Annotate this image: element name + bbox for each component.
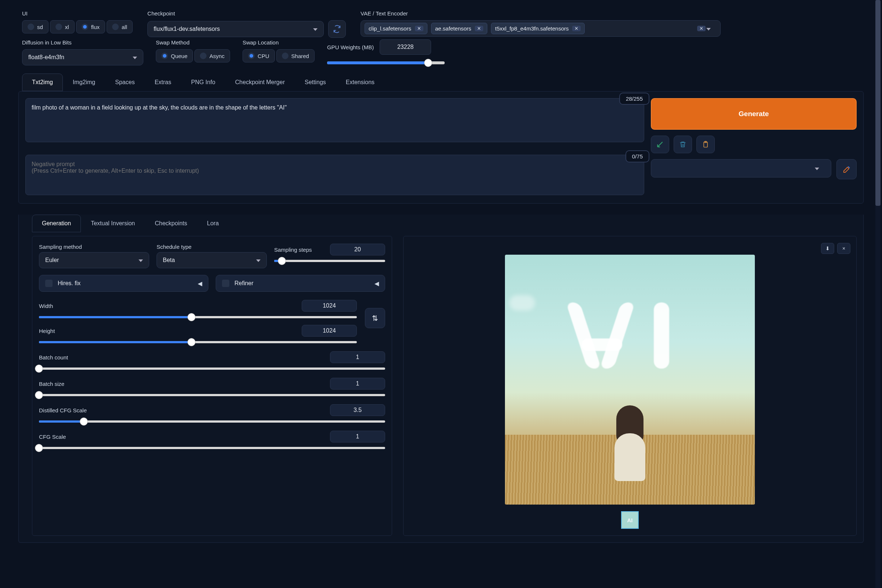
checkpoint-select[interactable]: flux/flux1-dev.safetensors (147, 21, 324, 37)
tab-spaces[interactable]: Spaces (105, 74, 144, 91)
ui-option-flux[interactable]: flux (76, 20, 105, 33)
gpu-label: GPU Weights (MB) (327, 44, 374, 50)
prompt-input[interactable] (26, 98, 644, 142)
tab-settings[interactable]: Settings (295, 74, 336, 91)
cfg-slider[interactable] (39, 447, 385, 449)
ui-option-all[interactable]: all (106, 20, 133, 33)
vae-dropdown-toggle[interactable]: ✕ (697, 26, 717, 31)
clear-button[interactable] (674, 136, 692, 153)
dcfg-slider[interactable] (39, 420, 385, 423)
chip-remove-icon[interactable]: ✕ (415, 26, 423, 31)
negative-prompt-input[interactable] (26, 155, 644, 195)
tab-pnginfo[interactable]: PNG Info (181, 74, 225, 91)
ui-label: UI (22, 10, 133, 16)
swap-loc-group: CPU Shared (243, 49, 315, 63)
tab-img2img[interactable]: Img2img (63, 74, 105, 91)
style-row (651, 159, 856, 179)
slider-thumb[interactable] (424, 59, 432, 67)
batch-count-value[interactable]: 1 (330, 351, 385, 363)
generation-panel: Sampling method Euler Schedule type Beta… (32, 236, 392, 536)
subtab-lora[interactable]: Lora (197, 214, 229, 232)
generate-button[interactable]: Generate (651, 98, 856, 130)
output-toolbar: ⬇ × (410, 243, 850, 254)
radio-dot (56, 24, 62, 30)
batch-size-value[interactable]: 1 (330, 378, 385, 390)
vae-chip-clip[interactable]: clip_l.safetensors✕ (364, 23, 428, 34)
radio-dot (112, 24, 119, 30)
ui-option-sd[interactable]: sd (22, 20, 48, 33)
batch-count-slider[interactable] (39, 368, 385, 370)
swap-method-queue[interactable]: Queue (156, 49, 193, 63)
vae-col: VAE / Text Encoder clip_l.safetensors✕ a… (360, 10, 721, 37)
scrollbar[interactable] (875, 0, 880, 588)
top-bar: UI sd xl flux all Checkpoint flux/flux1-… (0, 0, 882, 38)
swap-loc-shared[interactable]: Shared (276, 49, 315, 63)
lowbits-label: Diffusion in Low Bits (22, 39, 143, 46)
radio-dot (248, 52, 255, 59)
style-select[interactable] (651, 159, 831, 177)
vae-clear-all-icon[interactable]: ✕ (697, 26, 706, 31)
paste-button[interactable] (651, 136, 669, 153)
hires-toggle[interactable]: Hires. fix◀ (39, 275, 208, 292)
ui-radio-col: UI sd xl flux all (22, 10, 133, 33)
cfg-value[interactable]: 1 (330, 431, 385, 442)
clipboard-icon (702, 141, 709, 148)
dcfg-value[interactable]: 3.5 (330, 404, 385, 416)
swap-loc-cpu[interactable]: CPU (243, 49, 275, 63)
style-edit-button[interactable] (836, 159, 856, 179)
gpu-col: GPU Weights (MB) (327, 39, 445, 64)
chip-remove-icon[interactable]: ✕ (475, 26, 483, 31)
output-thumbnail[interactable]: AI (621, 511, 639, 529)
collapse-icon: ◀ (375, 280, 379, 287)
close-output-button[interactable]: × (837, 243, 850, 254)
swap-dimensions-button[interactable]: ⇅ (365, 308, 385, 328)
main-columns: Sampling method Euler Schedule type Beta… (32, 236, 856, 536)
dcfg-block: Distilled CFG Scale3.5 (39, 404, 385, 423)
chip-remove-icon[interactable]: ✕ (572, 26, 580, 31)
output-image[interactable] (505, 255, 755, 505)
tab-ckpt-merger[interactable]: Checkpoint Merger (225, 74, 295, 91)
copy-button[interactable] (696, 136, 715, 153)
action-icons (651, 136, 856, 153)
download-button[interactable]: ⬇ (821, 243, 834, 254)
tab-extensions[interactable]: Extensions (336, 74, 384, 91)
subtab-checkpoints[interactable]: Checkpoints (145, 214, 197, 232)
subtab-textual-inversion[interactable]: Textual Inversion (81, 214, 145, 232)
swap-loc-label: Swap Location (243, 39, 315, 46)
width-slider[interactable] (39, 316, 357, 318)
vae-chip-ae[interactable]: ae.safetensors✕ (431, 23, 487, 34)
ui-option-xl[interactable]: xl (50, 20, 75, 33)
height-block: Height1024 (39, 325, 357, 343)
collapse-icon: ◀ (198, 280, 202, 287)
vae-chipbox[interactable]: clip_l.safetensors✕ ae.safetensors✕ t5xx… (360, 20, 721, 37)
steps-value[interactable]: 20 (330, 244, 385, 255)
gpu-slider[interactable] (327, 62, 445, 64)
cfg-label: CFG Scale (39, 434, 330, 440)
swap-method-async[interactable]: Async (194, 49, 230, 63)
config-row: Diffusion in Low Bits float8-e4m3fn Swap… (0, 38, 882, 65)
ui-radio-group: sd xl flux all (22, 20, 133, 33)
toggle-row: Hires. fix◀ Refiner◀ (39, 275, 385, 292)
woman-figure (614, 405, 646, 483)
height-slider[interactable] (39, 341, 357, 343)
refiner-toggle[interactable]: Refiner◀ (216, 275, 385, 292)
width-value[interactable]: 1024 (302, 300, 357, 312)
subtab-generation[interactable]: Generation (32, 214, 81, 232)
tab-extras[interactable]: Extras (145, 74, 181, 91)
schedule-select[interactable]: Beta (156, 252, 267, 268)
steps-slider[interactable] (274, 260, 385, 262)
vae-chip-t5[interactable]: t5xxl_fp8_e4m3fn.safetensors✕ (491, 23, 585, 34)
gen-subtabs: Generation Textual Inversion Checkpoints… (32, 214, 856, 232)
txt2img-canvas: 28/255 0/75 Generate (18, 91, 864, 204)
batch-count-block: Batch count1 (39, 351, 385, 370)
height-value[interactable]: 1024 (302, 325, 357, 337)
lowbits-select[interactable]: float8-e4m3fn (22, 49, 143, 65)
gpu-input[interactable] (380, 39, 431, 55)
batch-size-slider[interactable] (39, 394, 385, 396)
tab-txt2img[interactable]: Txt2img (22, 74, 63, 91)
steps-label: Sampling steps (274, 247, 330, 253)
checkpoint-refresh-button[interactable] (328, 20, 346, 38)
radio-dot (282, 52, 288, 59)
sampling-method-select[interactable]: Euler (39, 252, 149, 268)
scrollbar-thumb[interactable] (875, 0, 880, 206)
